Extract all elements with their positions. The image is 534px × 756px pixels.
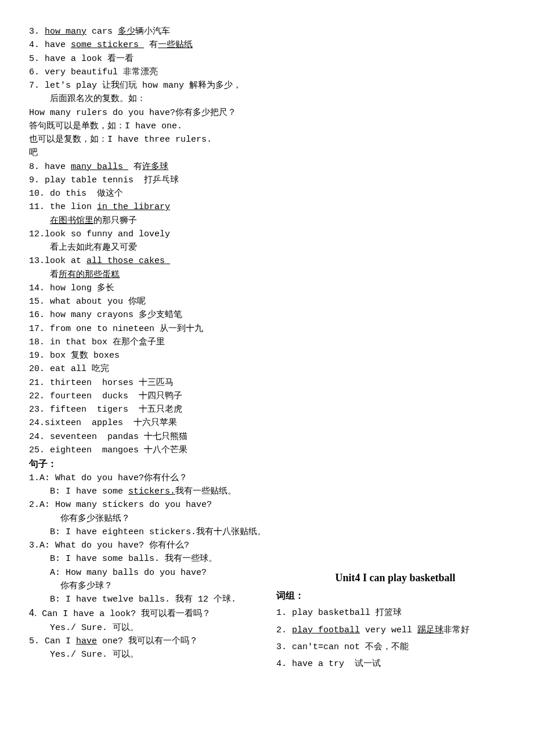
text-line: 2.A: How many stickers do you have?	[29, 498, 272, 512]
text-line: 5. have a look 看一看	[29, 52, 514, 66]
text-line: 11. the lion in the library	[29, 200, 514, 214]
text-line: 9. play table tennis 打乒乓球	[29, 174, 514, 187]
text-line: A: How many balls do you have?	[29, 566, 272, 579]
text-line: 25. eighteen mangoes 十八个芒果	[29, 444, 514, 457]
text-line: B: I have twelve balls. 我有 12 个球.	[29, 593, 272, 606]
text-line: 5. Can I have one? 我可以有一个吗？	[29, 635, 272, 648]
text-line: 16. how many crayons 多少支蜡笔	[29, 308, 514, 322]
text-line: 19. box 复数 boxes	[29, 349, 514, 362]
text-line: 24. seventeen pandas 十七只熊猫	[29, 430, 514, 444]
text-line: 23. fifteen tigers 十五只老虎	[29, 403, 514, 416]
text-line: 3.A: What do you have? 你有什么?	[29, 539, 272, 552]
text-line: 也可以是复数，如：I have three rulers.	[29, 133, 514, 146]
text-line: 2. play football very well 踢足球非常好	[276, 624, 514, 637]
text-line: 7. let's play 让我们玩 how many 解释为多少，	[29, 79, 514, 92]
unit-title: Unit4 I can play basketball	[276, 570, 514, 586]
section-header-sentences: 句子：	[29, 457, 514, 471]
text-line: 17. from one to nineteen 从一到十九	[29, 322, 514, 336]
text-line: 4. have some stickers 有一些贴纸	[29, 38, 514, 52]
text-line: Yes./ Sure. 可以。	[29, 648, 272, 661]
text-line: 3. how many cars 多少辆小汽车	[29, 25, 514, 38]
text-line: 13.look at all those cakes	[29, 254, 514, 268]
text-line: 在图书馆里的那只狮子	[29, 214, 514, 228]
text-line: 吧	[29, 146, 514, 160]
text-line: 1.A: What do you have?你有什么？	[29, 471, 272, 485]
text-line: B: I have some stickers.我有一些贴纸。	[29, 485, 272, 498]
text-line: 1. play basketball 打篮球	[276, 606, 514, 620]
text-line: 4. Can I have a look? 我可以看一看吗？	[29, 606, 272, 621]
text-line: 24.sixteen apples 十六只苹果	[29, 416, 514, 430]
text-line: 后面跟名次的复数。如：	[29, 92, 514, 106]
section-header-phrases: 词组：	[276, 589, 514, 603]
text-line: 12.look so funny and lovely	[29, 228, 514, 241]
text-line: 答句既可以是单数，如：I have one.	[29, 120, 514, 133]
text-line: 3. can't=can not 不会，不能	[276, 640, 514, 654]
text-line: 4. have a try 试一试	[276, 657, 514, 671]
text-line: 8. have many balls 有许多球	[29, 160, 514, 174]
text-line: 20. eat all 吃完	[29, 362, 514, 376]
text-line: B: I have some balls. 我有一些球。	[29, 552, 272, 566]
text-line: 6. very beautiful 非常漂亮	[29, 66, 514, 79]
text-line: 15. what about you 你呢	[29, 295, 514, 308]
text-line: 21. thirteen horses 十三匹马	[29, 376, 514, 390]
text-line: 18. in that box 在那个盒子里	[29, 336, 514, 349]
text-line: 你有多少球？	[29, 579, 272, 593]
text-line: 22. fourteen ducks 十四只鸭子	[29, 390, 514, 403]
text-line: How many rulers do you have?你有多少把尺？	[29, 106, 514, 120]
text-line: 看所有的那些蛋糕	[29, 268, 514, 282]
text-line: 10. do this 做这个	[29, 187, 514, 200]
text-line: B: I have eighteen stickers.我有十八张贴纸。	[29, 525, 272, 539]
text-line: 你有多少张贴纸？	[29, 512, 272, 525]
text-line: 看上去如此有趣又可爱	[29, 241, 514, 254]
text-line: Yes./ Sure. 可以。	[29, 621, 272, 635]
text-line: 14. how long 多长	[29, 282, 514, 295]
